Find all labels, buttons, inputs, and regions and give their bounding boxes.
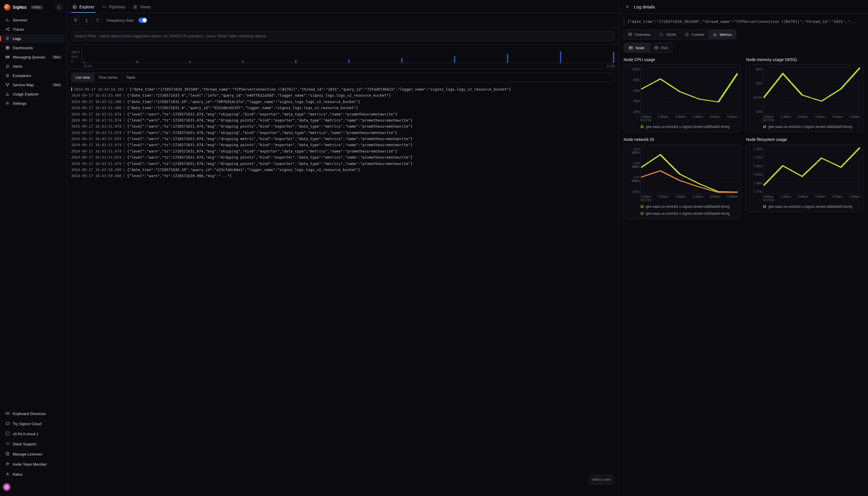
- sidebar-item-usage-explorer[interactable]: Usage Explorer: [2, 90, 64, 98]
- sidebar-item-label: Exceptions: [13, 74, 31, 78]
- legend-row: gke-saas-us-central1-c-signoz-tenant-a5b…: [763, 125, 859, 129]
- sidebar-item-service-map[interactable]: Service MapBeta: [2, 80, 64, 89]
- sidebar-item-messaging-queues[interactable]: Messaging QueuesBeta: [2, 53, 64, 61]
- frequency-chart-plot[interactable]: [81, 47, 615, 63]
- log-timestamp: 2024-09-17 16:43:51.074: [71, 149, 121, 153]
- log-timestamp: 2024-09-17 16:43:50.390: [71, 168, 121, 172]
- view-tab-time-series[interactable]: Time series: [94, 73, 122, 82]
- log-line[interactable]: 2024-09-17 16:43:51.074|{"level":"warn",…: [71, 117, 615, 123]
- log-timestamp: 2024-09-17 16:43:51.074: [71, 155, 121, 159]
- log-line[interactable]: 2024-09-17 16:43:50.086|{"level":"warn",…: [71, 173, 615, 179]
- svg-rect-25: [629, 33, 632, 35]
- log-body: {"level":"warn","ts":1726571631.074,"msg…: [127, 112, 398, 116]
- svg-rect-26: [629, 46, 632, 47]
- select-view-badge[interactable]: Select a view: [589, 475, 614, 484]
- footer-item-invite-team-member[interactable]: Invite Team Member: [2, 460, 64, 469]
- log-line[interactable]: 2024-09-17 16:43:54.391|{"date_time":"17…: [71, 86, 615, 92]
- details-tab-context[interactable]: Context: [680, 30, 709, 39]
- queue-icon: [5, 55, 10, 59]
- x-tick: 2:00pm: [641, 115, 652, 118]
- footer-item-label: v0.54.0-cloud.1: [13, 432, 39, 436]
- log-timestamp: 2024-09-17 16:43:51.074: [71, 118, 121, 122]
- metric-card-title: Node network IO: [624, 137, 741, 142]
- x-tick: 4:00pm: [833, 195, 843, 198]
- filter-bar: [67, 28, 619, 45]
- sidebar-item-settings[interactable]: Settings: [2, 99, 64, 108]
- y-tick: 7.10%: [749, 147, 762, 151]
- search-filter-input[interactable]: [71, 31, 615, 41]
- y-tick: 7.09%: [749, 165, 762, 168]
- footer-item-keyboard-shortcuts[interactable]: Keyboard Shortcuts: [2, 409, 64, 418]
- log-line[interactable]: 2024-09-17 16:43:51.074|{"level":"warn",…: [71, 154, 615, 160]
- metric-plot[interactable]: 100%80%60%40%20%: [641, 67, 738, 114]
- tab-explorer[interactable]: Explorer: [71, 2, 95, 13]
- legend-swatch: [641, 125, 644, 128]
- footer-item-v0-54-0-cloud-1[interactable]: v0.54.0-cloud.1: [2, 429, 64, 439]
- svg-point-10: [7, 75, 8, 76]
- log-details-header: Log details: [619, 0, 868, 14]
- metric-plot[interactable]: 7.10%7.10%7.09%7.09%7.08%7.07%: [763, 147, 860, 193]
- metric-plot[interactable]: 65%60%55.0%50%: [763, 67, 860, 114]
- footer-item-slack-support[interactable]: Slack Support: [2, 439, 64, 449]
- tab-pipelines[interactable]: Pipelines: [101, 2, 126, 13]
- scope-tab-node[interactable]: Node: [624, 43, 649, 52]
- log-line[interactable]: 2024-09-17 16:43:51.074|{"level":"warn",…: [71, 111, 615, 117]
- log-line[interactable]: 2024-09-17 16:43:51.074|{"level":"warn",…: [71, 148, 615, 154]
- view-tab-table[interactable]: Table: [122, 73, 139, 82]
- y-axis: 65%60%55.0%50%: [749, 67, 762, 113]
- footer-item-manage-licenses[interactable]: Manage Licenses: [2, 449, 64, 459]
- log-line[interactable]: 2024-09-17 16:43:53.400|{"date_time":"17…: [71, 92, 615, 98]
- scope-tab-pod[interactable]: Pod: [649, 43, 672, 52]
- sidebar-collapse-button[interactable]: [55, 3, 63, 11]
- x-tick: 3:00pm: [675, 195, 686, 198]
- log-line[interactable]: 2024-09-17 16:43:51.074|{"level":"warn",…: [71, 160, 615, 167]
- log-line[interactable]: 2024-09-17 16:43:51.400|{"date_time":"17…: [71, 105, 615, 111]
- log-line[interactable]: 2024-09-17 16:43:51.074|{"level":"warn",…: [71, 136, 615, 142]
- sidebar-item-services[interactable]: Services: [2, 16, 64, 24]
- y-tick: 7.09%: [749, 173, 762, 176]
- footer-item-rahul[interactable]: Rahul: [2, 470, 64, 479]
- details-tab-overview[interactable]: Overview: [624, 30, 655, 39]
- legend-text: gke-saas-us-central1-c-signoz-tenant-a5b…: [646, 125, 730, 129]
- x-axis: 2:00pm2:30pm3:00pm3:30pm4:00pm4:30pm: [641, 195, 738, 198]
- log-details-panel: Log details {"date_time":"1726571634.391…: [619, 0, 868, 496]
- legend-swatch: [641, 205, 644, 208]
- tab-views[interactable]: Views: [132, 2, 152, 13]
- filter-icon-button[interactable]: [71, 16, 80, 25]
- metrics-grid: Node CPU usage 100%80%60%40%20% 2:00pm2:…: [624, 57, 863, 219]
- svg-point-2: [9, 28, 9, 29]
- log-line[interactable]: 2024-09-17 16:43:51.074|{"level":"warn",…: [71, 123, 615, 129]
- sidebar-item-exceptions[interactable]: Exceptions: [2, 71, 64, 80]
- metric-card: Node memory usage (WSS) 65%60%55.0%50% 2…: [746, 57, 863, 132]
- sidebar-item-logs[interactable]: Logs: [2, 34, 64, 43]
- log-line[interactable]: 2024-09-17 16:43:51.074|{"level":"warn",…: [71, 130, 615, 136]
- frequency-bar: [507, 54, 508, 63]
- sidebar-item-traces[interactable]: Traces: [2, 25, 64, 34]
- log-body: {"level":"warn","ts":1726571631.074,"msg…: [127, 124, 413, 128]
- close-button[interactable]: [624, 3, 631, 11]
- sidebar-item-alerts[interactable]: Alerts: [2, 62, 64, 71]
- view-tab-list-view[interactable]: List view: [72, 73, 94, 82]
- x-axis: 2:00pm2:30pm3:00pm3:30pm4:00pm4:30pm: [763, 115, 860, 118]
- log-line[interactable]: 2024-09-17 16:43:51.074|{"level":"warn",…: [71, 142, 615, 148]
- details-tab-metrics[interactable]: Metrics: [709, 30, 736, 39]
- log-line[interactable]: 2024-09-17 16:43:52.390|{"date_time":"17…: [71, 99, 615, 105]
- tab-label: Explorer: [79, 5, 94, 9]
- y-tick: 4.77 MiB/s: [627, 176, 640, 183]
- sidebar-item-dashboards[interactable]: Dashboards: [2, 43, 64, 52]
- footer-item-try-signoz-cloud[interactable]: Try Signoz Cloud: [2, 419, 64, 429]
- footer-item-label: Manage Licenses: [13, 452, 42, 456]
- sidebar-item-label: Logs: [13, 36, 21, 41]
- y-tick: 7.07%: [749, 190, 762, 193]
- log-body: {"date_time":"1726571630.39","query_id":…: [127, 168, 360, 172]
- log-line[interactable]: 2024-09-17 16:43:50.390|{"date_time":"17…: [71, 167, 615, 173]
- metric-plot[interactable]: 14.3 MiB/s9.54 MiB/s4.77 MiB/s0 B/s: [641, 147, 738, 193]
- x-tick: 2:30pm: [658, 115, 669, 118]
- details-tab-json[interactable]: JSON: [655, 30, 680, 39]
- frequency-chart-toggle[interactable]: [138, 18, 147, 23]
- download-icon-button[interactable]: [82, 16, 91, 25]
- flower-icon: [3, 483, 11, 491]
- trash-icon-button[interactable]: [93, 16, 102, 25]
- scope-tab-label: Pod: [661, 46, 668, 50]
- logs-list[interactable]: 2024-09-17 16:43:54.391|{"date_time":"17…: [67, 84, 619, 496]
